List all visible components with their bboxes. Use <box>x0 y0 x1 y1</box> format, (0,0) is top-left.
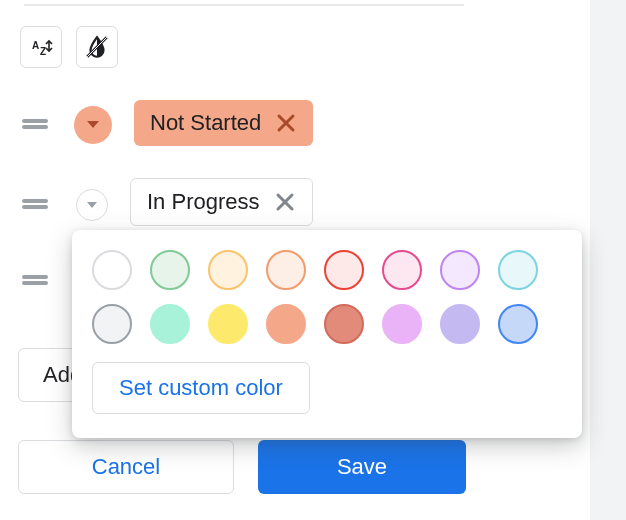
drag-handle[interactable] <box>22 119 48 129</box>
button-label: Set custom color <box>119 375 283 401</box>
color-swatch[interactable] <box>208 250 248 290</box>
color-swatch[interactable] <box>266 250 306 290</box>
color-swatch[interactable] <box>440 250 480 290</box>
drag-handle[interactable] <box>22 199 48 209</box>
cancel-button[interactable]: Cancel <box>18 440 234 494</box>
svg-text:A: A <box>32 40 39 51</box>
color-swatch[interactable] <box>150 250 190 290</box>
color-swatch[interactable] <box>150 304 190 344</box>
drag-handle[interactable] <box>22 275 48 285</box>
color-swatch[interactable] <box>92 304 132 344</box>
color-swatch[interactable] <box>382 304 422 344</box>
stage: A Z Not Started <box>0 0 626 520</box>
button-label: Save <box>337 454 387 480</box>
sort-az-button[interactable]: A Z <box>20 26 62 68</box>
swatch-row <box>92 250 562 290</box>
svg-text:Z: Z <box>40 46 46 57</box>
color-swatch[interactable] <box>498 304 538 344</box>
color-swatch[interactable] <box>498 250 538 290</box>
save-button[interactable]: Save <box>258 440 466 494</box>
colorblind-off-icon <box>84 34 110 60</box>
caret-down-icon <box>86 120 100 130</box>
right-gutter <box>590 0 626 520</box>
remove-option-row1[interactable] <box>275 112 297 134</box>
color-swatch[interactable] <box>382 250 422 290</box>
color-trigger-row1[interactable] <box>74 106 112 144</box>
color-swatch[interactable] <box>208 304 248 344</box>
color-swatch[interactable] <box>92 250 132 290</box>
button-label: Cancel <box>92 454 160 480</box>
color-swatch[interactable] <box>440 304 480 344</box>
swatch-row <box>92 304 562 344</box>
divider <box>24 4 464 6</box>
option-chip-row2[interactable]: In Progress <box>130 178 313 226</box>
caret-down-icon <box>86 201 98 209</box>
swatch-grid <box>92 250 562 344</box>
option-chip-row1[interactable]: Not Started <box>134 100 313 146</box>
color-accessibility-button[interactable] <box>76 26 118 68</box>
sort-az-icon: A Z <box>29 35 53 59</box>
chip-label: In Progress <box>147 189 260 215</box>
color-swatch[interactable] <box>324 250 364 290</box>
color-trigger-row2[interactable] <box>76 189 108 221</box>
remove-option-row2[interactable] <box>274 191 296 213</box>
color-swatch[interactable] <box>324 304 364 344</box>
set-custom-color-button[interactable]: Set custom color <box>92 362 310 414</box>
color-popover: Set custom color <box>72 230 582 438</box>
chip-label: Not Started <box>150 110 261 136</box>
color-swatch[interactable] <box>266 304 306 344</box>
